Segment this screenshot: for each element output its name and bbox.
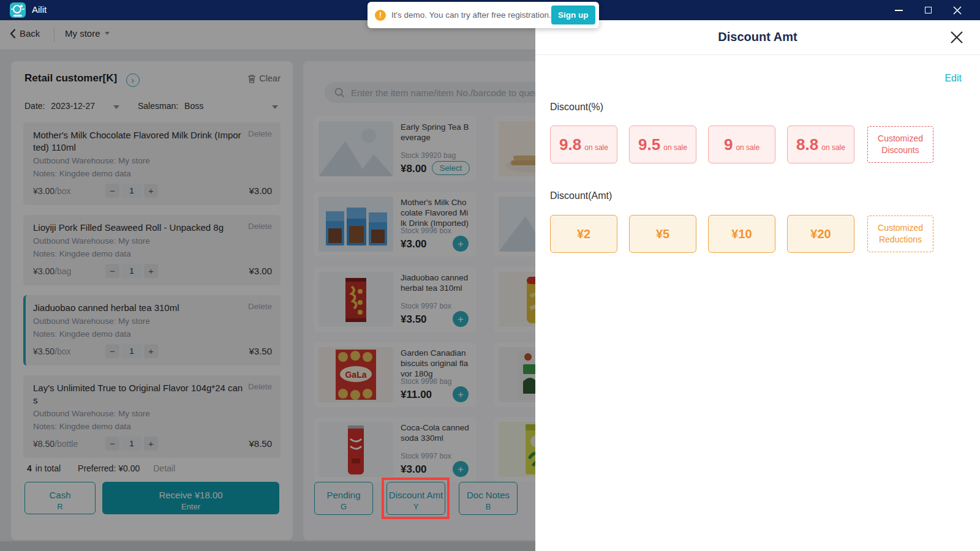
discount-percent-option[interactable]: 9on sale	[708, 126, 775, 163]
demo-banner: ! It's demo. You can try after free regi…	[368, 2, 599, 28]
app-logo-icon	[10, 2, 26, 18]
window-minimize-button[interactable]	[884, 0, 913, 20]
discount-amt-highlight-box	[382, 478, 450, 519]
discount-percent-option[interactable]: 8.8on sale	[787, 126, 854, 163]
customized-reductions-button[interactable]: Customized Reductions	[867, 216, 933, 252]
overlay-mask[interactable]	[0, 20, 535, 551]
discount-amount-option[interactable]: ¥2	[550, 215, 617, 253]
sign-up-button[interactable]: Sign up	[551, 6, 595, 24]
window-close-button[interactable]	[943, 0, 971, 20]
warning-icon: !	[375, 10, 386, 21]
banner-text: It's demo. You can try after free regist…	[391, 10, 551, 20]
close-drawer-button[interactable]	[948, 29, 965, 47]
discount-percent-label: Discount(%)	[550, 102, 603, 113]
customized-discounts-button[interactable]: Customized Discounts	[867, 126, 933, 163]
drawer-header: Discount Amt	[535, 20, 980, 55]
discount-percent-option[interactable]: 9.5on sale	[629, 126, 696, 163]
window-maximize-button[interactable]	[914, 0, 942, 20]
app-window: Ailit Back My store Retail customer[K] ›	[0, 0, 980, 551]
app-title: Ailit	[32, 4, 47, 15]
discount-amount-label: Discount(Amt)	[550, 190, 612, 201]
discount-amount-option[interactable]: ¥5	[629, 215, 696, 253]
discount-amount-option[interactable]: ¥10	[708, 215, 775, 253]
close-icon	[949, 30, 964, 45]
discount-percent-option[interactable]: 9.8on sale	[550, 126, 617, 163]
discount-drawer: Discount Amt Edit Discount(%) 9.8on sale…	[535, 20, 980, 551]
discount-amount-option[interactable]: ¥20	[787, 215, 854, 253]
edit-link[interactable]: Edit	[944, 73, 962, 84]
drawer-title: Discount Amt	[535, 30, 980, 44]
